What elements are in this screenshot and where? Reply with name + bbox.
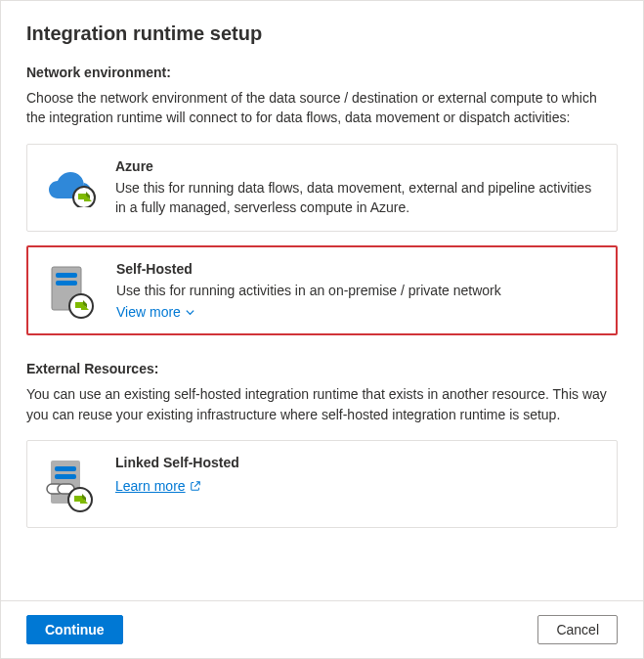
view-more-label: View more xyxy=(116,304,181,320)
azure-card-description: Use this for running data flows, data mo… xyxy=(115,178,599,218)
continue-button[interactable]: Continue xyxy=(26,615,123,644)
svg-rect-9 xyxy=(55,466,76,471)
dialog-footer: Continue Cancel xyxy=(1,600,643,658)
server-icon xyxy=(42,261,99,320)
linked-self-hosted-card[interactable]: Linked Self-Hosted Learn more xyxy=(26,440,618,528)
learn-more-link[interactable]: Learn more xyxy=(115,478,201,494)
svg-rect-14 xyxy=(74,496,80,502)
self-hosted-card-description: Use this for running activities in an on… xyxy=(116,281,598,300)
svg-rect-7 xyxy=(75,302,81,308)
self-hosted-card[interactable]: Self-Hosted Use this for running activit… xyxy=(26,245,618,335)
external-section-description: You can use an existing self-hosted inte… xyxy=(26,384,618,424)
network-section-description: Choose the network environment of the da… xyxy=(26,88,618,128)
view-more-link[interactable]: View more xyxy=(116,304,195,320)
linked-card-title: Linked Self-Hosted xyxy=(115,455,599,470)
external-section-heading: External Resources: xyxy=(26,361,618,376)
azure-cloud-icon xyxy=(41,158,98,218)
svg-rect-4 xyxy=(56,273,77,278)
azure-card-title: Azure xyxy=(115,158,599,174)
cancel-button[interactable]: Cancel xyxy=(537,615,618,644)
svg-rect-10 xyxy=(55,474,76,479)
svg-rect-1 xyxy=(78,194,84,199)
self-hosted-card-title: Self-Hosted xyxy=(116,261,598,277)
svg-rect-5 xyxy=(56,281,77,286)
learn-more-label: Learn more xyxy=(115,478,186,494)
page-title: Integration runtime setup xyxy=(26,22,618,45)
linked-server-icon xyxy=(41,455,98,513)
azure-card[interactable]: Azure Use this for running data flows, d… xyxy=(26,144,618,233)
external-link-icon xyxy=(190,480,201,492)
network-section-heading: Network environment: xyxy=(26,65,618,80)
chevron-down-icon xyxy=(185,307,195,318)
